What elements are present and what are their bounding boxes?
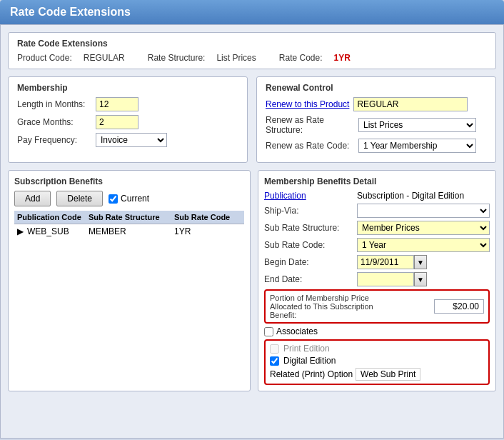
rate-code-box-title: Rate Code Extensions xyxy=(17,39,487,49)
price-allocation-box: Portion of Membership Price Allocated to… xyxy=(264,289,490,324)
sub-rate-code-select[interactable]: 1 Year xyxy=(357,238,490,252)
current-checkbox-label[interactable]: Current xyxy=(109,194,149,204)
delete-button[interactable]: Delete xyxy=(56,191,103,206)
sub-rate-structure-label: Sub Rate Structure: xyxy=(264,223,357,233)
renewal-title: Renewal Control xyxy=(266,83,487,93)
length-input[interactable] xyxy=(96,97,138,111)
associates-label: Associates xyxy=(276,326,318,336)
add-button[interactable]: Add xyxy=(14,191,51,206)
rate-structure-label: Rate Structure: xyxy=(148,53,206,63)
digital-edition-row: Digital Edition xyxy=(270,356,484,366)
begin-date-picker-btn[interactable]: ▼ xyxy=(414,255,427,269)
related-value: Web Sub Print xyxy=(356,368,420,381)
pub-value: Subscription - Digital Edition xyxy=(357,191,490,201)
membership-section: Membership Length in Months: Grace Month… xyxy=(8,76,248,163)
renew-rate-structure-label: Renew as Rate Structure: xyxy=(266,115,358,135)
ship-via-select[interactable] xyxy=(357,204,490,218)
end-date-input[interactable] xyxy=(357,272,414,286)
rate-code-extensions-box: Rate Code Extensions Product Code: REGUL… xyxy=(8,32,496,69)
associates-checkbox-label[interactable]: Associates xyxy=(264,326,318,336)
pay-frequency-select[interactable]: Invoice xyxy=(96,133,167,147)
ship-via-label: Ship-Via: xyxy=(264,206,357,216)
related-label: Related (Print) Option xyxy=(270,369,353,379)
membership-details-section: Membership Benefits Detail Publication S… xyxy=(258,170,496,391)
digital-edition-label: Digital Edition xyxy=(283,356,336,366)
membership-details-title: Membership Benefits Detail xyxy=(264,176,490,186)
current-label: Current xyxy=(121,194,149,204)
col-sub-rate-header: Sub Rate Structure xyxy=(89,213,174,221)
end-date-picker-btn[interactable]: ▼ xyxy=(414,272,427,286)
related-option-row: Related (Print) Option Web Sub Print xyxy=(270,368,484,381)
print-edition-checkbox[interactable] xyxy=(270,344,279,354)
membership-title: Membership xyxy=(17,83,238,93)
length-label: Length in Months: xyxy=(17,99,96,109)
row-sub-rate: MEMBER xyxy=(89,226,174,236)
table-header: Publication Code Sub Rate Structure Sub … xyxy=(14,211,244,224)
rate-code-value: 1YR xyxy=(334,53,351,63)
grace-label: Grace Months: xyxy=(17,117,96,127)
renew-rate-code-label: Renew as Rate Code: xyxy=(266,141,358,151)
pay-label: Pay Frequency: xyxy=(17,135,96,145)
grace-input[interactable] xyxy=(96,115,138,129)
renew-rate-structure-select[interactable]: List Prices Member Prices xyxy=(358,118,476,132)
publication-link[interactable]: Publication xyxy=(264,191,306,201)
renew-to-product-link[interactable]: Renew to this Product xyxy=(266,99,349,109)
renewal-section: Renewal Control Renew to this Product Re… xyxy=(256,76,496,163)
renew-rate-code-select[interactable]: 1 Year Membership Year Membership xyxy=(358,139,476,153)
sub-rate-structure-select[interactable]: Member Prices List Prices xyxy=(357,221,490,235)
title-bar: Rate Code Extensions xyxy=(0,0,504,24)
price-value-input[interactable] xyxy=(434,299,484,314)
col-sub-code-header: Sub Rate Code xyxy=(174,213,231,221)
row-arrow: ▶ xyxy=(17,226,27,236)
table-row[interactable]: ▶ WEB_SUB MEMBER 1YR xyxy=(14,224,244,239)
col-pub-header: Publication Code xyxy=(17,213,89,221)
edition-box: Print Edition Digital Edition Related (P… xyxy=(264,339,490,385)
digital-edition-checkbox[interactable] xyxy=(270,356,279,366)
print-edition-label: Print Edition xyxy=(283,344,330,354)
pub-link-label: Publication xyxy=(264,191,357,201)
row-sub-code: 1YR xyxy=(174,226,231,236)
sub-rate-code-label: Sub Rate Code: xyxy=(264,240,357,250)
associates-checkbox[interactable] xyxy=(264,327,273,336)
row-pub-code: WEB_SUB xyxy=(27,226,89,236)
print-edition-row: Print Edition xyxy=(270,344,484,354)
renew-product-input[interactable] xyxy=(353,97,468,111)
begin-date-input[interactable] xyxy=(357,255,414,269)
price-label: Portion of Membership Price Allocated to… xyxy=(270,294,391,319)
rate-structure-value: List Prices xyxy=(216,53,256,63)
product-code-value: REGULAR xyxy=(84,53,125,63)
rate-code-label: Rate Code: xyxy=(279,53,323,63)
subscription-benefits-title: Subscription Benefits xyxy=(14,176,244,186)
product-code-label: Product Code: xyxy=(17,53,72,63)
begin-date-label: Begin Date: xyxy=(264,257,357,267)
end-date-label: End Date: xyxy=(264,274,357,284)
current-checkbox[interactable] xyxy=(109,194,118,204)
subscription-benefits-section: Subscription Benefits Add Delete Current… xyxy=(8,170,251,391)
